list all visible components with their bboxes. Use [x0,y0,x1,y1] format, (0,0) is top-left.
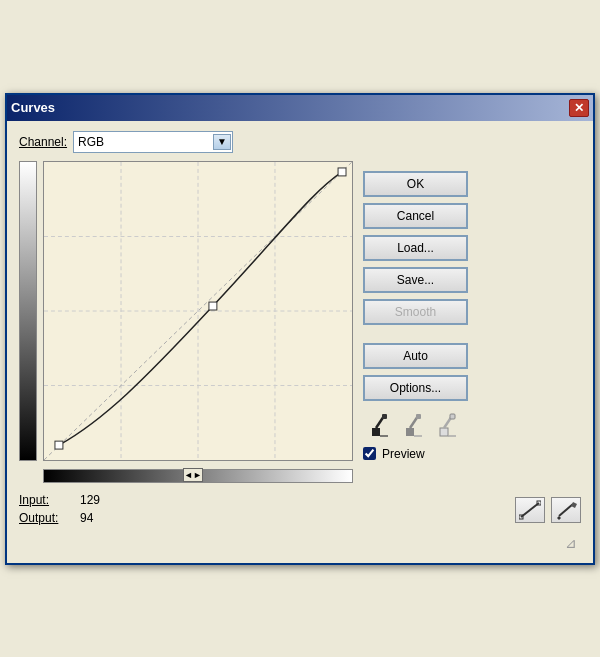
curve-area: ◄► [43,161,353,485]
smooth-button[interactable]: Smooth [363,299,468,325]
output-row: Output: 94 [19,511,100,525]
gray-point-eyedropper-icon[interactable] [402,411,430,439]
svg-rect-15 [406,428,414,436]
load-button[interactable]: Load... [363,235,468,261]
input-label: Input: [19,493,74,507]
pencil-mode-button[interactable] [551,497,581,523]
slider-handle[interactable]: ◄► [183,468,203,482]
curves-dialog: Curves ✕ Channel: RGB Red Green Blue ▼ [5,93,595,565]
main-content: ◄► OK Cancel Load... Save... Smooth Auto… [19,161,581,485]
svg-marker-27 [557,516,561,520]
input-row: Input: 129 [19,493,100,507]
close-button[interactable]: ✕ [569,99,589,117]
channel-row: Channel: RGB Red Green Blue ▼ [19,131,581,153]
input-value: 129 [80,493,100,507]
dialog-title: Curves [11,100,55,115]
svg-rect-21 [450,414,455,419]
resize-icon[interactable]: ⊿ [565,535,577,551]
preview-row: Preview [363,447,468,461]
svg-rect-11 [372,428,380,436]
channel-select[interactable]: RGB Red Green Blue [73,131,233,153]
ok-button[interactable]: OK [363,171,468,197]
eyedropper-row [363,411,468,439]
svg-rect-10 [338,167,346,175]
cancel-button[interactable]: Cancel [363,203,468,229]
preview-checkbox[interactable] [363,447,376,460]
tonal-gradient-bar [19,161,37,461]
curve-svg [44,162,352,460]
svg-rect-13 [382,414,387,419]
tools-row [515,497,581,523]
auto-button[interactable]: Auto [363,343,468,369]
svg-rect-8 [55,441,63,449]
left-section: ◄► [19,161,353,485]
curve-canvas[interactable] [43,161,353,461]
channel-select-wrapper: RGB Red Green Blue ▼ [73,131,233,153]
black-point-eyedropper-icon[interactable] [368,411,396,439]
white-point-eyedropper-icon[interactable] [436,411,464,439]
separator [363,331,468,337]
svg-line-25 [559,504,573,516]
title-bar: Curves ✕ [7,95,593,121]
save-button[interactable]: Save... [363,267,468,293]
dialog-body: Channel: RGB Red Green Blue ▼ [7,121,593,563]
input-output-section: Input: 129 Output: 94 [19,493,100,525]
curve-mode-button[interactable] [515,497,545,523]
resize-corner: ⊿ [19,533,581,553]
options-button[interactable]: Options... [363,375,468,401]
svg-rect-17 [416,414,421,419]
svg-rect-19 [440,428,448,436]
right-section: OK Cancel Load... Save... Smooth Auto Op… [363,161,468,485]
output-label: Output: [19,511,74,525]
svg-rect-9 [209,302,217,310]
preview-label: Preview [382,447,425,461]
output-value: 94 [80,511,93,525]
channel-label: Channel: [19,135,67,149]
bottom-section: Input: 129 Output: 94 [19,493,581,525]
slider-bar-container: ◄► [43,467,353,485]
svg-marker-26 [571,502,577,508]
